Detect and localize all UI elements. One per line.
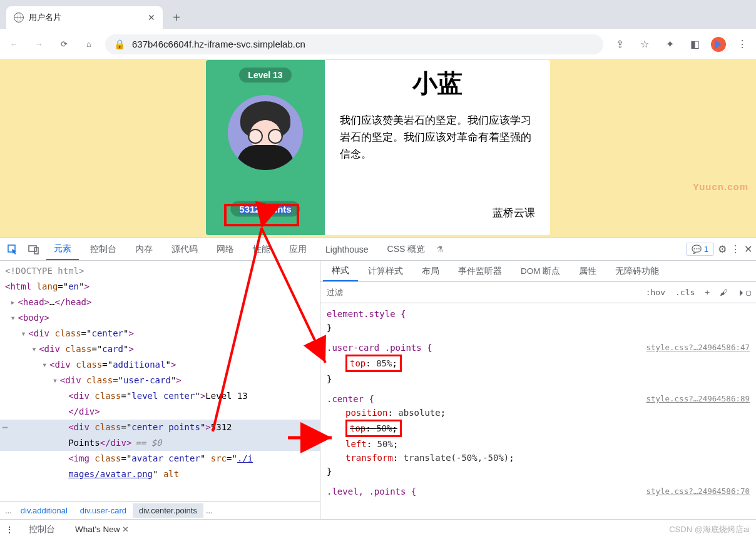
- styles-filter-bar: :hov .cls + 🖌 ⏵▢: [320, 282, 756, 303]
- url-bar: ← → ⟳ ⌂ 🔒 637b46c6604f.hz-iframe-svc.sim…: [0, 29, 756, 60]
- lock-icon: 🔒: [114, 39, 126, 50]
- devtools-tabbar: 元素 控制台 内存 源代码 网络 性能 应用 Lighthouse CSS 概览…: [0, 238, 756, 261]
- tab-title: 用户名片: [29, 12, 143, 23]
- settings-icon[interactable]: ⚙: [718, 243, 727, 255]
- level-badge: Level 13: [239, 68, 291, 83]
- drawer-tab-whatsnew[interactable]: What's New ✕: [70, 522, 134, 536]
- elements-panel: <!DOCTYPE html> <html lang="en"> ▸<head>…: [0, 261, 320, 519]
- flask-icon: ⚗: [436, 244, 444, 254]
- tab-application[interactable]: 应用: [282, 239, 314, 260]
- styles-panel: 样式 计算样式 布局 事件监听器 DOM 断点 属性 无障碍功能 :hov .c…: [320, 261, 756, 519]
- card-desc: 我们应该赞美岩石的坚定。我们应该学习岩石的坚定。我们应该对革命有着坚强的信念。: [340, 112, 535, 163]
- tab-dom-bp[interactable]: DOM 断点: [512, 261, 569, 281]
- hov-button[interactable]: :hov: [641, 288, 670, 297]
- nav-back-icon[interactable]: ←: [5, 36, 23, 53]
- card-right: 小蓝 我们应该赞美岩石的坚定。我们应该学习岩石的坚定。我们应该对革命有着坚强的信…: [325, 60, 550, 235]
- dom-tree[interactable]: <!DOCTYPE html> <html lang="en"> ▸<head>…: [0, 261, 320, 501]
- reload-icon[interactable]: ⟳: [55, 36, 73, 53]
- styles-filter-input[interactable]: [320, 288, 641, 297]
- avatar: [228, 95, 303, 170]
- kebab-menu-icon[interactable]: ⋮: [733, 38, 751, 50]
- panel-toggle-icon[interactable]: ⏵▢: [733, 288, 756, 297]
- tab-memory[interactable]: 内存: [128, 239, 160, 260]
- device-icon[interactable]: [25, 241, 43, 258]
- tab-a11y[interactable]: 无障碍功能: [606, 261, 668, 281]
- extensions-icon[interactable]: ✦: [661, 38, 678, 50]
- address-bar[interactable]: 🔒 637b46c6604f.hz-iframe-svc.simplelab.c…: [105, 34, 603, 54]
- svg-rect-1: [29, 246, 36, 251]
- side-panel-icon[interactable]: ◧: [686, 38, 703, 50]
- tab-listeners[interactable]: 事件监听器: [449, 261, 511, 281]
- card-name: 小蓝: [340, 66, 535, 101]
- tab-network[interactable]: 网络: [209, 239, 242, 260]
- drawer-menu-icon[interactable]: ⋮: [5, 525, 14, 535]
- tab-props[interactable]: 属性: [570, 261, 605, 281]
- browser-tab[interactable]: 用户名片 ✕: [6, 6, 163, 29]
- tab-elements[interactable]: 元素: [46, 238, 79, 260]
- styles-list[interactable]: element.style {} .user-card .points {sty…: [320, 303, 756, 519]
- watermark: Yuucn.com: [693, 181, 748, 192]
- new-tab-button[interactable]: +: [168, 9, 185, 26]
- card-signature: 蓝桥云课: [340, 206, 535, 220]
- tab-lighthouse[interactable]: Lighthouse: [318, 239, 376, 259]
- cls-button[interactable]: .cls: [670, 288, 700, 297]
- devtools: 元素 控制台 内存 源代码 网络 性能 应用 Lighthouse CSS 概览…: [0, 238, 756, 539]
- tab-css-overview[interactable]: CSS 概览: [380, 239, 433, 260]
- tab-layout[interactable]: 布局: [413, 261, 448, 281]
- close-icon[interactable]: ✕: [122, 525, 129, 534]
- url-text: 637b46c6604f.hz-iframe-svc.simplelab.cn: [132, 39, 305, 49]
- tab-performance[interactable]: 性能: [245, 239, 278, 260]
- tab-styles[interactable]: 样式: [323, 261, 358, 281]
- paint-icon[interactable]: 🖌: [715, 288, 733, 297]
- sidebar-tabs: 样式 计算样式 布局 事件监听器 DOM 断点 属性 无障碍功能: [320, 261, 756, 282]
- drawer-tab-console[interactable]: 控制台: [24, 521, 60, 538]
- tab-sources[interactable]: 源代码: [164, 239, 205, 260]
- breadcrumb[interactable]: ... div.additional div.user-card div.cen…: [0, 501, 320, 519]
- close-tab-icon[interactable]: ✕: [148, 13, 155, 23]
- page-viewport: Level 13 5312 Points 小蓝 我们应该赞美岩石的坚定。我们应该…: [0, 60, 756, 238]
- close-devtools-icon[interactable]: ✕: [744, 243, 752, 255]
- share-icon[interactable]: ⇪: [611, 38, 628, 50]
- globe-icon: [14, 13, 24, 23]
- browser-tabstrip: 用户名片 ✕ +: [0, 0, 756, 29]
- inspect-icon[interactable]: [4, 241, 21, 258]
- profile-avatar-icon[interactable]: [711, 37, 726, 52]
- home-icon[interactable]: ⌂: [80, 36, 98, 53]
- new-style-button[interactable]: +: [700, 288, 715, 297]
- star-icon[interactable]: ☆: [636, 38, 653, 50]
- annotation-box-points: [224, 204, 299, 226]
- chat-icon: 💬: [692, 244, 702, 254]
- devtools-drawer: ⋮ 控制台 What's New ✕: [0, 519, 756, 539]
- nav-forward-icon[interactable]: →: [30, 36, 48, 53]
- more-icon[interactable]: ⋮: [730, 243, 740, 255]
- tab-computed[interactable]: 计算样式: [359, 261, 412, 281]
- issues-button[interactable]: 💬1: [686, 243, 714, 256]
- watermark-bottom: CSDN @海底烧烤店ai: [669, 524, 750, 535]
- tab-console[interactable]: 控制台: [83, 239, 124, 260]
